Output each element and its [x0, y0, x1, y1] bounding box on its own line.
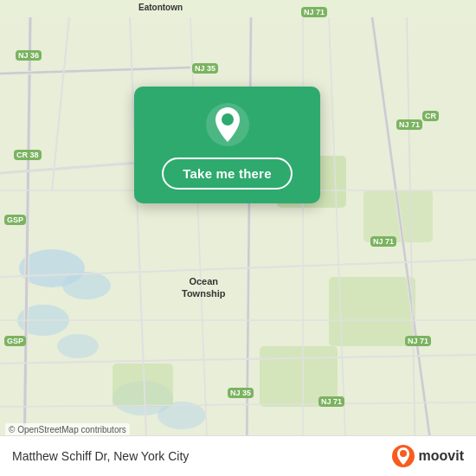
- road-label-nj71-mid3: NJ 71: [405, 336, 431, 346]
- road-label-nj71-top: NJ 71: [301, 7, 327, 17]
- road-label-nj71-mid1: NJ 71: [396, 119, 422, 130]
- moovit-text: moovit: [419, 448, 464, 464]
- bottom-bar: Matthew Schiff Dr, New York City moovit: [0, 435, 476, 476]
- location-text: Matthew Schiff Dr, New York City: [12, 449, 189, 463]
- map-background: [0, 0, 476, 476]
- osm-attribution: © OpenStreetMap contributors: [5, 423, 130, 436]
- road-label-cr: CR: [422, 111, 439, 121]
- map-container: NJ 36 NJ 35 NJ 71 NJ 71 NJ 71 NJ 71 NJ 7…: [0, 0, 476, 476]
- moovit-logo: moovit: [391, 444, 464, 468]
- road-label-nj71-mid2: NJ 71: [370, 236, 396, 247]
- svg-point-4: [57, 334, 99, 358]
- town-label-eatontown: Eatontown: [138, 2, 183, 13]
- svg-point-2: [62, 272, 111, 299]
- town-label-ocean-township: OceanTownship: [182, 275, 226, 300]
- road-label-nj35-top: NJ 35: [192, 63, 218, 74]
- popup-card: Take me there: [134, 87, 320, 203]
- road-label-gsp-bot: GSP: [4, 336, 26, 346]
- map-pin-icon: [205, 102, 250, 147]
- road-label-nj71-bot: NJ 71: [318, 396, 344, 407]
- take-me-there-button[interactable]: Take me there: [162, 158, 292, 190]
- svg-point-35: [400, 450, 407, 457]
- moovit-icon: [391, 444, 415, 468]
- road-label-cr38: CR 38: [14, 150, 42, 160]
- svg-point-33: [222, 113, 234, 125]
- road-label-gsp-top: GSP: [4, 215, 26, 225]
- road-label-nj36: NJ 36: [16, 50, 42, 61]
- road-label-nj35-bot: NJ 35: [228, 388, 254, 398]
